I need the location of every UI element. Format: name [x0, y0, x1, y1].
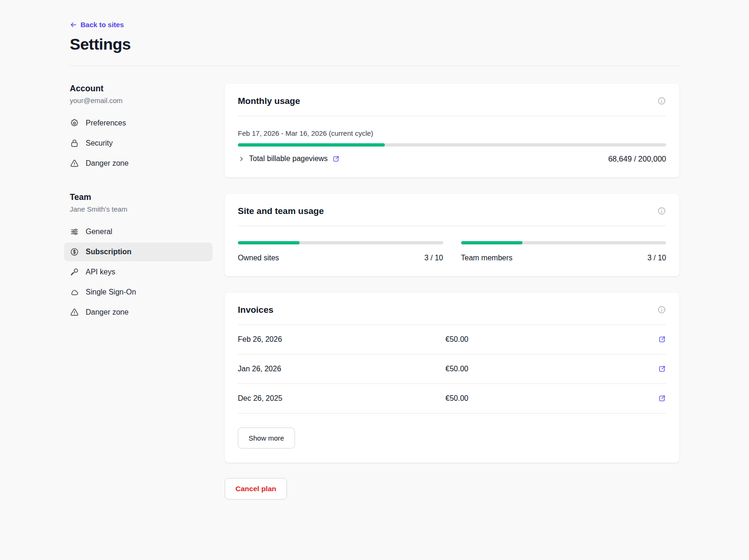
sidebar-item-label: Danger zone — [86, 159, 129, 168]
external-link-icon[interactable] — [658, 335, 666, 344]
account-section-title: Account — [70, 84, 213, 94]
invoice-date: Feb 26, 2026 — [238, 335, 446, 344]
sidebar-item-single-sign-on[interactable]: Single Sign-On — [64, 283, 213, 302]
sidebar-item-label: Danger zone — [86, 308, 129, 317]
team-nav: General Subscription API keys Single Sig… — [64, 222, 213, 322]
gear-icon — [70, 118, 79, 128]
lock-icon — [70, 139, 79, 148]
invoice-date: Dec 26, 2025 — [238, 394, 446, 403]
team-members-progressbar — [461, 241, 667, 244]
invoice-row: Dec 26, 2025 €50.00 — [238, 384, 666, 413]
show-more-button[interactable]: Show more — [238, 427, 295, 449]
sidebar-item-label: General — [86, 228, 112, 236]
sidebar-item-label: API keys — [86, 268, 115, 276]
arrow-left-icon — [70, 21, 77, 29]
invoices-title: Invoices — [238, 305, 273, 315]
page-title: Settings — [70, 35, 679, 53]
monthly-usage-progressbar — [238, 143, 666, 147]
owned-sites-meter: Owned sites 3 / 10 — [238, 241, 443, 262]
cancel-plan-button[interactable]: Cancel plan — [225, 478, 287, 500]
team-members-label: Team members — [461, 254, 513, 262]
sidebar-item-general[interactable]: General — [64, 222, 213, 241]
header-divider — [70, 66, 679, 66]
warning-triangle-icon — [70, 159, 79, 168]
sidebar-item-security[interactable]: Security — [64, 134, 213, 153]
sidebar-item-label: Preferences — [86, 119, 126, 127]
team-section-title: Team — [70, 192, 213, 202]
team-members-meter: Team members 3 / 10 — [461, 241, 667, 262]
back-link-label: Back to sites — [81, 21, 124, 29]
invoice-amount: €50.00 — [446, 335, 654, 344]
sidebar-item-subscription[interactable]: Subscription — [64, 243, 213, 261]
invoice-row: Jan 26, 2026 €50.00 — [238, 354, 666, 384]
invoice-date: Jan 26, 2026 — [238, 365, 446, 373]
settings-page: Back to sites Settings Account your@emai… — [70, 0, 679, 542]
main-content: Monthly usage Feb 17, 2026 - Mar 16, 202… — [225, 84, 679, 500]
invoice-amount: €50.00 — [446, 365, 654, 373]
team-members-progress-fill — [461, 241, 523, 244]
sidebar: Account your@email.com Preferences Secur… — [70, 84, 213, 323]
account-email: your@email.com — [70, 96, 213, 104]
site-team-usage-title: Site and team usage — [238, 206, 324, 216]
team-name: Jane Smith's team — [70, 205, 213, 213]
site-team-usage-card: Site and team usage Owned sites 3 / 10 — [225, 194, 679, 276]
billable-pageviews-label: Total billable pageviews — [249, 155, 328, 163]
warning-triangle-icon — [70, 308, 79, 317]
account-nav: Preferences Security Danger zone — [64, 114, 213, 173]
sidebar-item-label: Subscription — [86, 248, 132, 256]
cloud-icon — [70, 287, 79, 297]
sliders-icon — [70, 227, 79, 236]
key-icon — [70, 267, 79, 277]
owned-sites-progressbar — [238, 241, 443, 244]
sidebar-account-section: Account your@email.com Preferences Secur… — [70, 84, 213, 173]
billable-pageviews-row: Total billable pageviews 68,649 / 200,00… — [238, 155, 666, 163]
owned-sites-progress-fill — [238, 241, 300, 244]
sidebar-item-api-keys[interactable]: API keys — [64, 263, 213, 281]
monthly-usage-card: Monthly usage Feb 17, 2026 - Mar 16, 202… — [225, 84, 679, 177]
external-link-icon[interactable] — [332, 155, 340, 163]
pageviews-usage-value: 68,649 / 200,000 — [608, 155, 666, 163]
monthly-usage-title: Monthly usage — [238, 96, 300, 106]
billing-cycle-label: Feb 17, 2026 - Mar 16, 2026 (current cyc… — [238, 129, 666, 137]
sidebar-item-preferences[interactable]: Preferences — [64, 114, 213, 133]
info-icon[interactable] — [657, 206, 666, 215]
external-link-icon[interactable] — [658, 394, 666, 403]
owned-sites-label: Owned sites — [238, 254, 279, 262]
sidebar-item-label: Security — [86, 139, 113, 147]
monthly-usage-progress-fill — [238, 143, 385, 147]
owned-sites-value: 3 / 10 — [424, 254, 443, 262]
invoices-card: Invoices Feb 26, 2026 €50.00 Jan 26, 202… — [225, 293, 679, 463]
sidebar-item-danger-zone-account[interactable]: Danger zone — [64, 154, 213, 173]
sidebar-item-danger-zone-team[interactable]: Danger zone — [64, 303, 213, 322]
info-icon[interactable] — [657, 305, 666, 314]
dollar-circle-icon — [70, 247, 79, 257]
invoice-row: Feb 26, 2026 €50.00 — [238, 325, 666, 354]
team-members-value: 3 / 10 — [647, 254, 666, 262]
sidebar-team-section: Team Jane Smith's team General Subscript… — [70, 192, 213, 322]
external-link-icon[interactable] — [658, 365, 666, 373]
sidebar-item-label: Single Sign-On — [86, 288, 136, 296]
chevron-right-icon — [238, 155, 245, 162]
info-icon[interactable] — [657, 96, 666, 105]
billable-pageviews-toggle[interactable]: Total billable pageviews — [238, 155, 340, 163]
back-to-sites-link[interactable]: Back to sites — [70, 21, 124, 29]
invoice-amount: €50.00 — [446, 394, 654, 403]
